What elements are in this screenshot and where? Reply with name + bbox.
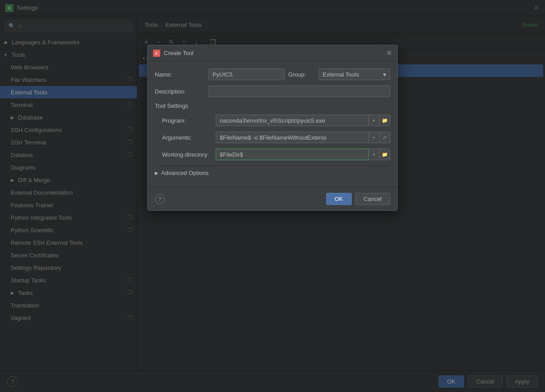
- dialog-titlebar: C Create Tool ✕: [148, 45, 397, 61]
- dialog-body: Name: Group: External Tools ▾ Descriptio…: [148, 61, 397, 187]
- create-tool-dialog: C Create Tool ✕ Name: Group: External To…: [147, 45, 398, 211]
- svg-text:C: C: [155, 51, 158, 55]
- name-label: Name:: [155, 71, 209, 78]
- program-label: Program:: [162, 117, 216, 124]
- arguments-row: Arguments: + ⤢: [155, 132, 390, 143]
- dialog-title: Create Tool: [164, 50, 193, 56]
- arguments-expand-button[interactable]: ⤢: [379, 132, 390, 143]
- group-label: Group:: [288, 71, 315, 78]
- program-input[interactable]: [216, 115, 369, 126]
- working-dir-input-group: + 📁: [216, 149, 390, 160]
- working-dir-browse-button[interactable]: 📁: [379, 149, 390, 160]
- program-browse-button[interactable]: 📁: [379, 115, 390, 126]
- working-dir-row: Working directory: + 📁: [155, 149, 390, 160]
- dialog-footer: ? OK Cancel: [148, 187, 397, 210]
- working-dir-label: Working directory:: [162, 151, 216, 158]
- description-label: Description:: [155, 88, 209, 95]
- name-input[interactable]: [209, 68, 285, 80]
- dialog-close-button[interactable]: ✕: [386, 49, 392, 57]
- arguments-input[interactable]: [216, 132, 369, 143]
- tool-settings-header: Tool Settings: [155, 102, 390, 109]
- name-group-row: Name: Group: External Tools ▾: [155, 68, 390, 80]
- group-select-chevron: ▾: [383, 71, 386, 78]
- program-input-group: + 📁: [216, 115, 390, 126]
- group-select[interactable]: External Tools ▾: [319, 68, 390, 80]
- working-dir-input[interactable]: [216, 149, 369, 160]
- dialog-ok-button[interactable]: OK: [326, 193, 352, 205]
- arguments-label: Arguments:: [162, 134, 216, 141]
- advanced-chevron: ▶: [155, 170, 158, 175]
- dialog-help-button[interactable]: ?: [155, 194, 165, 204]
- arguments-input-group: + ⤢: [216, 132, 390, 143]
- dialog-cancel-button[interactable]: Cancel: [355, 193, 390, 205]
- advanced-label: Advanced Options: [161, 170, 209, 176]
- working-dir-add-var-button[interactable]: +: [369, 149, 379, 160]
- dialog-icon: C: [153, 50, 160, 57]
- description-input[interactable]: [209, 85, 390, 97]
- group-select-value: External Tools: [323, 71, 359, 78]
- program-add-var-button[interactable]: +: [369, 115, 379, 126]
- description-row: Description:: [155, 85, 390, 97]
- dialog-overlay: C Create Tool ✕ Name: Group: External To…: [0, 0, 545, 392]
- arguments-add-var-button[interactable]: +: [369, 132, 379, 143]
- program-row: Program: + 📁: [155, 115, 390, 126]
- advanced-options-row[interactable]: ▶ Advanced Options: [155, 166, 390, 180]
